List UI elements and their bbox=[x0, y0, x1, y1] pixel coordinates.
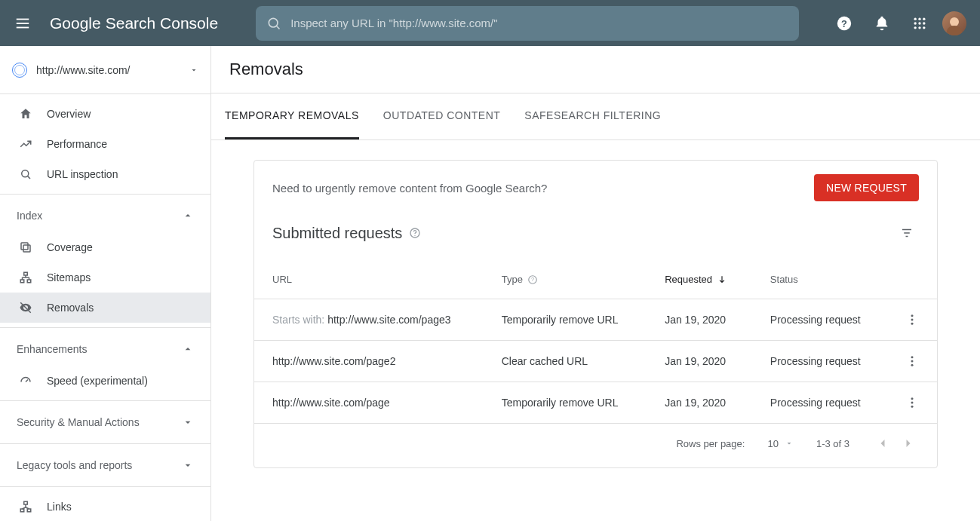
trend-icon bbox=[19, 137, 32, 151]
svg-rect-30 bbox=[20, 509, 24, 512]
svg-point-47 bbox=[911, 364, 914, 366]
url-value: http://www.site.com/page bbox=[272, 397, 390, 409]
svg-point-46 bbox=[911, 360, 914, 363]
svg-point-7 bbox=[914, 17, 917, 20]
requests-table: URL Type ? Requested Status Starts with:… bbox=[254, 260, 937, 423]
nav-overview[interactable]: Overview bbox=[0, 99, 210, 129]
chevron-down-icon bbox=[182, 459, 194, 471]
svg-line-4 bbox=[277, 26, 280, 29]
account-avatar[interactable] bbox=[942, 11, 966, 35]
svg-rect-18 bbox=[23, 245, 30, 252]
nav-enhancements-header[interactable]: Enhancements bbox=[0, 333, 210, 366]
col-status[interactable]: Status bbox=[752, 260, 887, 299]
svg-point-36 bbox=[415, 235, 416, 236]
svg-point-49 bbox=[911, 402, 914, 404]
links-icon bbox=[19, 500, 32, 513]
col-url[interactable]: URL bbox=[254, 260, 484, 299]
nav-legacy-header[interactable]: Legacy tools and reports bbox=[0, 449, 210, 482]
chevron-down-icon bbox=[182, 416, 194, 428]
nav-speed[interactable]: Speed (experimental) bbox=[0, 366, 210, 396]
nav-performance[interactable]: Performance bbox=[0, 129, 210, 159]
nav-removals[interactable]: Removals bbox=[0, 293, 210, 323]
nav-sitemaps[interactable]: Sitemaps bbox=[0, 262, 210, 293]
filter-icon bbox=[900, 226, 914, 240]
col-requested-label: Requested bbox=[665, 274, 712, 285]
rows-per-page-picker[interactable]: 10 bbox=[767, 438, 793, 449]
col-type[interactable]: Type ? bbox=[484, 260, 647, 299]
brand-product: Search Console bbox=[106, 14, 218, 32]
help-icon: ? bbox=[836, 15, 853, 32]
url-inspect-search[interactable] bbox=[256, 6, 799, 41]
svg-point-50 bbox=[911, 406, 914, 408]
arrow-down-icon bbox=[717, 274, 727, 285]
tabs: TEMPORARY REMOVALS OUTDATED CONTENT SAFE… bbox=[211, 93, 980, 140]
svg-line-34 bbox=[26, 507, 29, 509]
section-title-text: Submitted requests bbox=[272, 225, 402, 242]
home-icon bbox=[19, 107, 32, 121]
filter-button[interactable] bbox=[895, 221, 919, 245]
new-request-button[interactable]: NEW REQUEST bbox=[814, 174, 919, 201]
globe-icon bbox=[12, 63, 27, 78]
svg-point-11 bbox=[918, 22, 920, 24]
search-small-icon bbox=[19, 167, 32, 181]
row-actions-button[interactable] bbox=[905, 313, 919, 326]
tab-temporary-removals[interactable]: TEMPORARY REMOVALS bbox=[225, 93, 359, 139]
notifications-button[interactable] bbox=[867, 8, 897, 38]
col-requested[interactable]: Requested bbox=[647, 260, 752, 299]
prev-page-button[interactable] bbox=[872, 433, 893, 454]
url-inspect-input[interactable] bbox=[290, 17, 788, 29]
cell-type: Clear cached URL bbox=[484, 341, 647, 382]
row-actions-button[interactable] bbox=[905, 396, 919, 409]
nav-coverage[interactable]: Coverage bbox=[0, 232, 210, 262]
svg-rect-19 bbox=[21, 243, 28, 250]
tab-outdated-content[interactable]: OUTDATED CONTENT bbox=[383, 93, 501, 139]
nav-security-header[interactable]: Security & Manual Actions bbox=[0, 406, 210, 439]
more-vert-icon bbox=[905, 354, 919, 368]
apps-icon bbox=[912, 16, 927, 31]
rows-per-page-label: Rows per page: bbox=[676, 438, 745, 449]
section-help-button[interactable] bbox=[408, 226, 422, 240]
section-title: Submitted requests bbox=[272, 225, 422, 242]
table-row[interactable]: Starts with: http://www.site.com/page3Te… bbox=[254, 299, 937, 341]
cell-url: http://www.site.com/page bbox=[254, 382, 484, 424]
dropdown-icon bbox=[785, 439, 794, 448]
next-page-button[interactable] bbox=[898, 433, 919, 454]
page-header: Removals bbox=[211, 46, 980, 93]
property-picker[interactable]: http://www.site.com/ bbox=[0, 46, 210, 94]
table-row[interactable]: http://www.site.com/pageTemporarily remo… bbox=[254, 382, 937, 424]
nav-links-label: Links bbox=[47, 501, 72, 513]
svg-point-48 bbox=[911, 397, 914, 400]
nav-url-inspection[interactable]: URL inspection bbox=[0, 159, 210, 189]
tab-label: TEMPORARY REMOVALS bbox=[225, 109, 359, 121]
col-status-label: Status bbox=[770, 274, 798, 285]
cell-url: Starts with: http://www.site.com/page3 bbox=[254, 299, 484, 341]
card-prompt: Need to urgently remove content from Goo… bbox=[272, 182, 547, 195]
apps-button[interactable] bbox=[905, 8, 935, 38]
row-actions-button[interactable] bbox=[905, 354, 919, 368]
search-icon bbox=[266, 16, 281, 31]
table-footer: Rows per page: 10 1-3 of 3 bbox=[254, 423, 937, 467]
svg-point-14 bbox=[918, 26, 920, 29]
cell-status: Processing request bbox=[752, 299, 887, 341]
removals-card: Need to urgently remove content from Goo… bbox=[253, 160, 938, 468]
nav-links[interactable]: Links bbox=[0, 492, 210, 521]
cell-url: http://www.site.com/page2 bbox=[254, 341, 484, 382]
copy-icon bbox=[19, 241, 32, 254]
hamburger-icon bbox=[14, 15, 31, 32]
cell-requested: Jan 19, 2020 bbox=[647, 341, 752, 382]
svg-point-44 bbox=[911, 323, 914, 325]
main: Removals TEMPORARY REMOVALS OUTDATED CON… bbox=[211, 46, 980, 521]
tab-safesearch-filtering[interactable]: SAFESEARCH FILTERING bbox=[524, 93, 661, 139]
menu-button[interactable] bbox=[5, 5, 41, 41]
svg-line-33 bbox=[23, 507, 26, 509]
svg-point-8 bbox=[918, 17, 920, 20]
rows-per-page-value: 10 bbox=[767, 438, 778, 449]
url-prefix: Starts with: bbox=[272, 314, 327, 326]
nav-index-header[interactable]: Index bbox=[0, 199, 210, 232]
col-url-label: URL bbox=[272, 274, 292, 285]
svg-point-16 bbox=[22, 170, 29, 177]
svg-point-9 bbox=[923, 17, 925, 20]
help-button[interactable]: ? bbox=[829, 8, 859, 38]
table-row[interactable]: http://www.site.com/page2Clear cached UR… bbox=[254, 341, 937, 382]
bell-icon bbox=[874, 15, 890, 32]
